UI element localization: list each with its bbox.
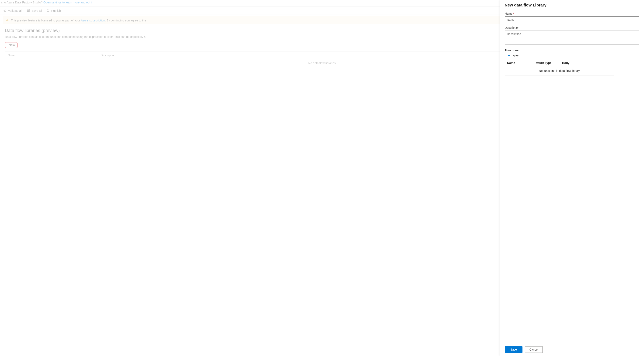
- new-function-button[interactable]: New: [505, 53, 520, 59]
- functions-section-label: Functions: [505, 49, 639, 52]
- new-function-label: New: [512, 54, 518, 58]
- svg-rect-3: [7, 21, 8, 21]
- functions-table-header: Name Return Type Body: [505, 60, 614, 66]
- publish-icon: [46, 9, 50, 13]
- checkmark-icon: [3, 9, 6, 13]
- fn-col-header-return-type: Return Type: [534, 61, 562, 65]
- opt-in-banner-text: s to Azure Data Factory Studio?: [1, 1, 44, 4]
- new-library-button[interactable]: New: [5, 42, 18, 48]
- col-header-name: Name: [8, 54, 101, 57]
- azure-subscription-link[interactable]: Azure subscription: [81, 19, 105, 22]
- name-input[interactable]: [505, 16, 639, 23]
- description-label: Description: [505, 26, 639, 29]
- fn-col-header-body: Body: [562, 61, 612, 65]
- opt-in-link[interactable]: Open settings to learn more and opt in: [44, 1, 94, 4]
- svg-rect-2: [7, 20, 8, 21]
- new-library-panel: New data flow Library Name* Description …: [500, 0, 644, 356]
- description-input[interactable]: [505, 31, 639, 45]
- plus-icon: [508, 54, 510, 58]
- panel-body: New data flow Library Name* Description …: [500, 0, 644, 343]
- validate-all-button[interactable]: Validate all: [3, 9, 22, 13]
- preview-license-text: This preview feature is licensed to you …: [11, 19, 146, 22]
- name-label: Name*: [505, 12, 639, 15]
- save-all-label: Save all: [32, 9, 42, 12]
- col-header-description: Description: [101, 54, 116, 57]
- functions-empty-message: No functions in data flow library: [505, 66, 614, 76]
- warning-icon: [6, 19, 9, 22]
- required-asterisk: *: [513, 12, 514, 15]
- fn-col-header-name: Name: [507, 61, 534, 65]
- save-icon: [27, 9, 30, 13]
- functions-table: Name Return Type Body No functions in da…: [505, 60, 614, 76]
- cancel-button[interactable]: Cancel: [525, 346, 543, 353]
- panel-title: New data flow Library: [505, 3, 639, 8]
- svg-rect-0: [28, 11, 29, 12]
- validate-all-label: Validate all: [8, 9, 22, 12]
- save-button[interactable]: Save: [505, 346, 522, 353]
- publish-label: Publish: [51, 9, 61, 12]
- new-library-label: New: [8, 43, 15, 47]
- panel-footer: Save Cancel: [500, 343, 644, 356]
- save-all-button[interactable]: Save all: [27, 9, 42, 13]
- publish-button[interactable]: Publish: [46, 9, 61, 13]
- svg-rect-1: [28, 9, 29, 10]
